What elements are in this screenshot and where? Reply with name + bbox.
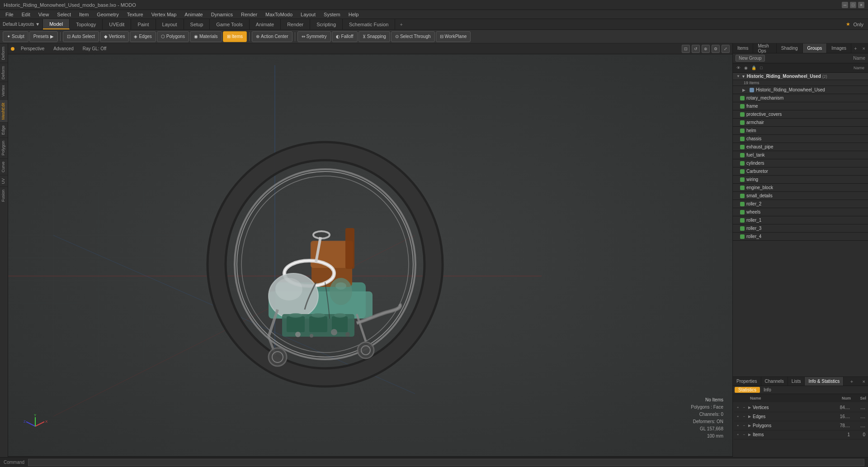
close-right-panel-button[interactable]: ×	[860, 43, 868, 53]
tree-item-roller2[interactable]: roller_2	[733, 200, 868, 208]
tree-item-carburetor[interactable]: Carburetor	[733, 167, 868, 176]
tab-shading[interactable]: Shading	[777, 43, 803, 53]
add-right-tab-button[interactable]: +	[851, 43, 859, 53]
tree-item-cylinders[interactable]: cylinders	[733, 159, 868, 167]
stats-tab-info[interactable]: Info	[760, 387, 775, 393]
tab-setup[interactable]: Setup	[184, 19, 210, 29]
stats-arrow-vertices[interactable]: ▶	[748, 405, 751, 410]
menu-file[interactable]: File	[2, 11, 17, 18]
sidebar-tab-vertex[interactable]: Vertex	[0, 82, 8, 100]
tree-item-helm[interactable]: helm	[733, 127, 868, 135]
menu-item[interactable]: Item	[75, 11, 92, 18]
tree-item-rotary[interactable]: rotary_mechanism	[733, 94, 868, 102]
tree-item-armchair[interactable]: armchair	[733, 119, 868, 127]
tab-topology[interactable]: Topology	[70, 19, 103, 29]
tree-group-main[interactable]: ▼ ▼ Historic_Riding_Monowheel_Used (2)	[733, 73, 868, 80]
tab-properties[interactable]: Properties	[733, 377, 761, 386]
tab-items[interactable]: Items	[733, 43, 753, 53]
menu-texture[interactable]: Texture	[123, 11, 147, 18]
polygons-button[interactable]: ⬡ Polygons	[157, 31, 189, 42]
materials-button[interactable]: ◉ Materials	[190, 31, 222, 42]
tab-groups[interactable]: Groups	[803, 43, 827, 53]
viewport-canvas[interactable]: No Items Polygons : Face Channels: 0 Def…	[8, 54, 732, 456]
menu-geometry[interactable]: Geometry	[93, 11, 122, 18]
symmetry-button[interactable]: ⇔ Symmetry	[297, 31, 331, 42]
presets-button[interactable]: Presets ▶	[29, 31, 58, 42]
menu-animate[interactable]: Animate	[181, 11, 206, 18]
menu-layout[interactable]: Layout	[297, 11, 319, 18]
action-center-button[interactable]: ⊕ Action Center	[252, 31, 292, 42]
tab-animate[interactable]: Animate	[250, 19, 281, 29]
viewport-ray-gl[interactable]: Ray GL: Off	[80, 45, 109, 52]
close-button[interactable]: ×	[858, 2, 864, 8]
menu-system[interactable]: System	[320, 11, 344, 18]
select-through-button[interactable]: ⊙ Select Through	[391, 31, 435, 42]
edges-button[interactable]: ◈ Edges	[130, 31, 156, 42]
add-tab-button[interactable]: +	[396, 19, 406, 29]
tree-item-frame[interactable]: frame	[733, 102, 868, 110]
tree-item-exhaust[interactable]: exhaust_pipe	[733, 143, 868, 151]
menu-edit[interactable]: Edit	[18, 11, 34, 18]
tree-item-roller1[interactable]: roller_1	[733, 216, 868, 224]
sidebar-tab-deform[interactable]: Deform	[0, 43, 8, 63]
items-button[interactable]: ⊞ Items	[223, 31, 247, 42]
stats-collapse-items[interactable]: −	[742, 433, 746, 437]
viewport-fit-icon[interactable]: ⊡	[682, 45, 690, 53]
viewport-advanced[interactable]: Advanced	[51, 45, 76, 52]
stats-collapse-edges[interactable]: −	[742, 415, 746, 419]
viewport-perspective[interactable]: Perspective	[18, 45, 47, 52]
tree-item-wiring[interactable]: wiring	[733, 176, 868, 184]
tree-item-small[interactable]: small_details	[733, 192, 868, 200]
viewport-zoom-icon[interactable]: ⊕	[702, 45, 710, 53]
falloff-button[interactable]: ◐ Falloff	[332, 31, 358, 42]
stats-arrow-polygons[interactable]: ▶	[748, 424, 751, 428]
sidebar-tab-edge[interactable]: Edge	[0, 122, 8, 138]
layout-selector[interactable]: Default Layouts ▼	[3, 22, 40, 27]
tree-item-chassis[interactable]: chassis	[733, 135, 868, 143]
tree-item-roller4[interactable]: roller_4	[733, 233, 868, 241]
stats-arrow-items[interactable]: ▶	[748, 433, 751, 437]
stats-row-vertices[interactable]: + − ▶ Vertices 84.... ....	[734, 403, 867, 412]
close-bottom-panel-button[interactable]: ×	[860, 377, 868, 386]
tree-item-wheels[interactable]: wheels	[733, 208, 868, 216]
tab-model[interactable]: Model	[43, 19, 70, 29]
tree-item-monowheel[interactable]: ▶ Historic_Riding_Monowheel_Used	[733, 86, 868, 94]
tab-info-statistics[interactable]: Info & Statistics	[805, 377, 844, 386]
tab-layout[interactable]: Layout	[156, 19, 184, 29]
snapping-button[interactable]: ⊻ Snapping	[359, 31, 390, 42]
tree-icon-render[interactable]: ◉	[742, 64, 750, 71]
tab-lists[interactable]: Lists	[788, 377, 805, 386]
stats-expand-edges[interactable]: +	[736, 415, 740, 419]
viewport-settings-icon[interactable]: ⚙	[712, 45, 720, 53]
auto-select-button[interactable]: ⊡ Auto Select	[63, 31, 99, 42]
menu-render[interactable]: Render	[237, 11, 261, 18]
menu-help[interactable]: Help	[345, 11, 363, 18]
tab-scripting[interactable]: Scripting	[310, 19, 343, 29]
viewport-rotate-icon[interactable]: ↺	[692, 45, 700, 53]
sidebar-tab-meshedit[interactable]: MeshEdit	[0, 100, 8, 123]
tab-game-tools[interactable]: Game Tools	[210, 19, 250, 29]
vertices-button[interactable]: ◆ Vertices	[100, 31, 129, 42]
stats-row-polygons[interactable]: + − ▶ Polygons 78.... ....	[734, 421, 867, 430]
menu-dynamics[interactable]: Dynamics	[208, 11, 236, 18]
viewport-expand-icon[interactable]: ⤢	[722, 45, 730, 53]
stats-tab-statistics[interactable]: Statistics	[735, 387, 760, 393]
command-input[interactable]	[28, 459, 864, 466]
stats-expand-polygons[interactable]: +	[736, 424, 740, 428]
tree-icon-lock[interactable]: 🔒	[750, 64, 757, 71]
minimize-button[interactable]: ─	[842, 2, 848, 8]
viewport[interactable]: Perspective Advanced Ray GL: Off ⊡ ↺ ⊕ ⚙…	[8, 43, 732, 467]
stats-collapse-vertices[interactable]: −	[742, 405, 746, 410]
sidebar-tab-polygon[interactable]: Polygon	[0, 138, 8, 158]
sidebar-tab-deform2[interactable]: Deform	[0, 63, 8, 82]
stats-collapse-polygons[interactable]: −	[742, 424, 746, 428]
menu-select[interactable]: Select	[53, 11, 75, 18]
menu-maxtomodo[interactable]: MaxToModo	[262, 11, 296, 18]
sidebar-tab-fusion[interactable]: Fusion	[0, 186, 8, 205]
stats-row-items[interactable]: + − ▶ Items 1 0	[734, 430, 867, 439]
stats-row-edges[interactable]: + − ▶ Edges 16.... ....	[734, 412, 867, 421]
new-group-button[interactable]: New Group	[736, 55, 765, 62]
add-bottom-tab-button[interactable]: +	[848, 377, 856, 386]
tree-item-covers[interactable]: protective_covers	[733, 110, 868, 119]
tab-images[interactable]: Images	[827, 43, 851, 53]
